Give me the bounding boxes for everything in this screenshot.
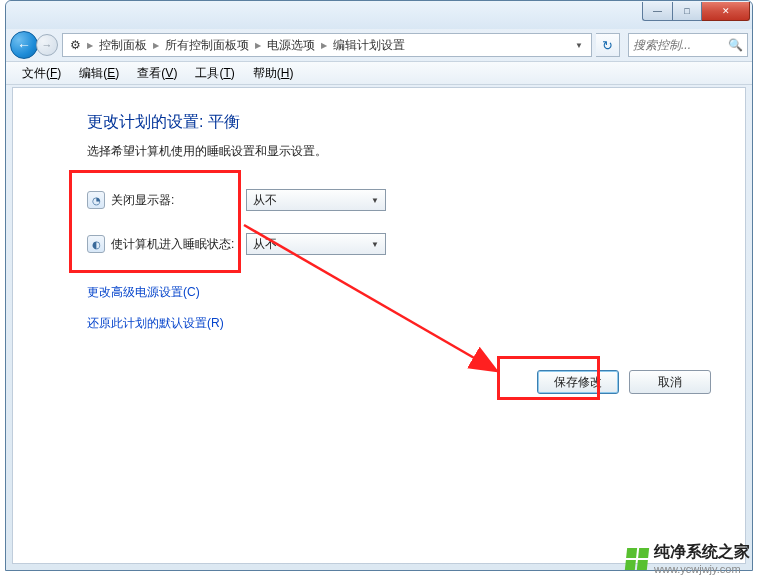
menu-tools[interactable]: 工具(T) <box>187 63 242 84</box>
search-icon[interactable]: 🔍 <box>728 38 743 52</box>
nav-arrows: ← → <box>10 31 58 59</box>
minimize-button[interactable]: — <box>642 2 672 21</box>
breadcrumb-sep-icon: ▶ <box>85 41 95 50</box>
watermark-logo-icon <box>625 548 649 570</box>
sleep-icon: ◐ <box>87 235 105 253</box>
advanced-settings-link[interactable]: 更改高级电源设置(C) <box>87 285 200 299</box>
maximize-button[interactable]: □ <box>672 2 702 21</box>
watermark-url: www.ycwjwjy.com <box>654 563 750 575</box>
watermark-title: 纯净系统之家 <box>654 542 750 563</box>
refresh-button[interactable]: ↻ <box>596 33 620 57</box>
settings-group: ◔ 关闭显示器: 从不 ▼ ◐ 使计算机进入睡眠状态: 从不 ▼ <box>87 188 745 332</box>
display-off-value: 从不 <box>253 192 277 209</box>
address-bar[interactable]: ⚙ ▶ 控制面板 ▶ 所有控制面板项 ▶ 电源选项 ▶ 编辑计划设置 ▼ <box>62 33 592 57</box>
breadcrumb-sep-icon: ▶ <box>253 41 263 50</box>
breadcrumb-sep-icon: ▶ <box>151 41 161 50</box>
cancel-button[interactable]: 取消 <box>629 370 711 394</box>
content-pane: 更改计划的设置: 平衡 选择希望计算机使用的睡眠设置和显示设置。 ◔ 关闭显示器… <box>12 87 746 564</box>
control-panel-icon: ⚙ <box>67 37 83 53</box>
display-off-label: 关闭显示器: <box>111 192 246 209</box>
setting-row-display: ◔ 关闭显示器: 从不 ▼ <box>87 188 745 212</box>
menu-file[interactable]: 文件(F) <box>14 63 69 84</box>
address-dropdown-icon[interactable]: ▼ <box>571 41 587 50</box>
menu-bar: 文件(F) 编辑(E) 查看(V) 工具(T) 帮助(H) <box>6 61 752 85</box>
sleep-label: 使计算机进入睡眠状态: <box>111 236 246 253</box>
window-buttons: — □ ✕ <box>642 2 750 21</box>
sleep-dropdown[interactable]: 从不 ▼ <box>246 233 386 255</box>
breadcrumb-control-panel[interactable]: 控制面板 <box>97 37 149 54</box>
forward-button[interactable]: → <box>36 34 58 56</box>
breadcrumb-all-items[interactable]: 所有控制面板项 <box>163 37 251 54</box>
window-frame: — □ ✕ ← → ⚙ ▶ 控制面板 ▶ 所有控制面板项 ▶ 电源选项 ▶ 编辑… <box>5 0 753 571</box>
breadcrumb-edit-plan[interactable]: 编辑计划设置 <box>331 37 407 54</box>
page-title: 更改计划的设置: 平衡 <box>87 112 745 133</box>
watermark: 纯净系统之家 www.ycwjwjy.com <box>626 542 750 575</box>
setting-row-sleep: ◐ 使计算机进入睡眠状态: 从不 ▼ <box>87 232 745 256</box>
search-box[interactable]: 🔍 <box>628 33 748 57</box>
display-off-dropdown[interactable]: 从不 ▼ <box>246 189 386 211</box>
monitor-icon: ◔ <box>87 191 105 209</box>
menu-help[interactable]: 帮助(H) <box>245 63 302 84</box>
chevron-down-icon: ▼ <box>371 240 379 249</box>
save-button[interactable]: 保存修改 <box>537 370 619 394</box>
breadcrumb-power-options[interactable]: 电源选项 <box>265 37 317 54</box>
button-row: 保存修改 取消 <box>537 370 711 394</box>
close-button[interactable]: ✕ <box>702 2 750 21</box>
sleep-value: 从不 <box>253 236 277 253</box>
menu-edit[interactable]: 编辑(E) <box>71 63 127 84</box>
back-button[interactable]: ← <box>10 31 38 59</box>
restore-defaults-link[interactable]: 还原此计划的默认设置(R) <box>87 316 224 330</box>
page-description: 选择希望计算机使用的睡眠设置和显示设置。 <box>87 143 745 160</box>
navigation-strip: ← → ⚙ ▶ 控制面板 ▶ 所有控制面板项 ▶ 电源选项 ▶ 编辑计划设置 ▼… <box>6 29 752 61</box>
chevron-down-icon: ▼ <box>371 196 379 205</box>
titlebar: — □ ✕ <box>6 1 752 29</box>
menu-view[interactable]: 查看(V) <box>129 63 185 84</box>
search-input[interactable] <box>633 38 728 52</box>
breadcrumb-sep-icon: ▶ <box>319 41 329 50</box>
